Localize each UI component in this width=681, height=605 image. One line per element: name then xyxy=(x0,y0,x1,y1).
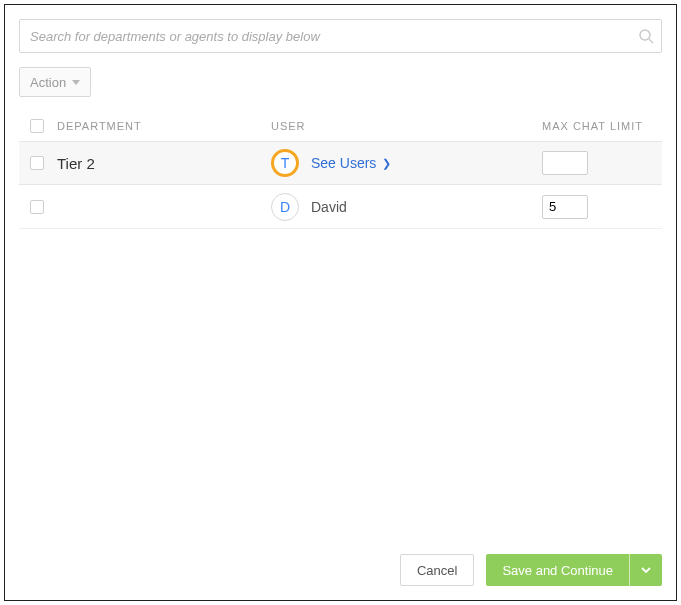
chevron-right-icon: ❯ xyxy=(382,157,391,170)
action-label: Action xyxy=(30,75,66,90)
action-dropdown-button[interactable]: Action xyxy=(19,67,91,97)
max-chat-limit-input[interactable] xyxy=(542,195,588,219)
user-name: David xyxy=(311,199,347,215)
col-header-department: DEPARTMENT xyxy=(55,120,271,132)
caret-down-icon xyxy=(72,80,80,85)
save-and-continue-button[interactable]: Save and Continue xyxy=(486,554,630,586)
chevron-down-icon xyxy=(640,564,652,576)
department-name: Tier 2 xyxy=(57,155,95,172)
search-wrap xyxy=(19,19,662,53)
avatar: T xyxy=(271,149,299,177)
save-dropdown-toggle[interactable] xyxy=(630,554,662,586)
col-header-user-label: USER xyxy=(271,120,306,132)
footer-actions: Cancel Save and Continue xyxy=(400,554,662,586)
table-header: DEPARTMENT USER MAX CHAT LIMIT xyxy=(19,113,662,141)
table-row: D David xyxy=(19,185,662,229)
col-header-max-chat-limit: MAX CHAT LIMIT xyxy=(542,120,662,132)
see-users-label: See Users xyxy=(311,155,376,171)
col-header-user: USER xyxy=(271,120,542,132)
save-button-group: Save and Continue xyxy=(486,554,662,586)
table-row: Tier 2 T See Users ❯ xyxy=(19,141,662,185)
see-users-link[interactable]: See Users ❯ xyxy=(311,155,391,171)
panel: Action DEPARTMENT USER MAX CHAT LIMIT Ti… xyxy=(4,4,677,601)
search-input[interactable] xyxy=(19,19,662,53)
row-checkbox[interactable] xyxy=(30,156,44,170)
row-checkbox[interactable] xyxy=(30,200,44,214)
avatar: D xyxy=(271,193,299,221)
cancel-button[interactable]: Cancel xyxy=(400,554,474,586)
select-all-checkbox[interactable] xyxy=(30,119,44,133)
max-chat-limit-input[interactable] xyxy=(542,151,588,175)
